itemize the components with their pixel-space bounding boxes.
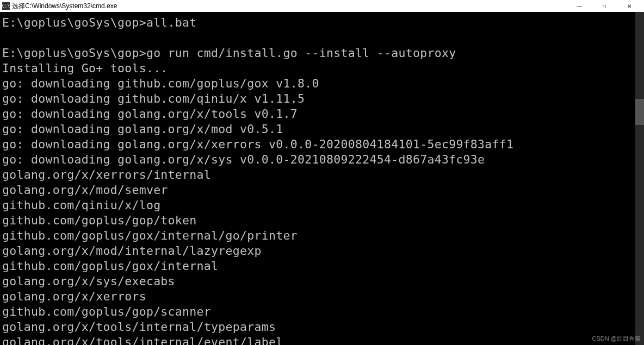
terminal-line: E:\goplus\goSys\gop>go run cmd/install.g… [2,46,642,61]
scrollbar-thumb[interactable] [635,99,644,125]
terminal-line: golang.org/x/tools/internal/typeparams [2,319,642,335]
cmd-icon: C:\ [2,2,10,10]
terminal-line: golang.org/x/mod/semver [2,183,642,198]
terminal-line: go: downloading golang.org/x/mod v0.5.1 [2,122,642,137]
window-title: 选择C:\Windows\System32\cmd.exe [12,2,567,11]
terminal-output[interactable]: E:\goplus\goSys\gop>all.bat E:\goplus\go… [0,12,644,345]
terminal-line: go: downloading golang.org/x/tools v0.1.… [2,106,642,122]
terminal-line: E:\goplus\goSys\gop>all.bat [2,15,642,30]
window-titlebar: C:\ 选择C:\Windows\System32\cmd.exe — □ ✕ [0,0,644,12]
terminal-line: github.com/qiniu/x/log [2,198,642,213]
terminal-line: golang.org/x/mod/internal/lazyregexp [2,243,642,259]
terminal-line: golang.org/x/xerrors [2,289,642,304]
cmd-icon-label: C:\ [2,4,10,9]
maximize-button[interactable]: □ [592,0,617,12]
terminal-line: Installing Go+ tools... [2,61,642,76]
terminal-line: github.com/goplus/gox/internal/go/printe… [2,228,642,243]
watermark-text: CSDN @红目香薰 [592,335,641,343]
terminal-line: go: downloading golang.org/x/sys v0.0.0-… [2,152,642,167]
terminal-line: golang.org/x/sys/execabs [2,274,642,289]
terminal-line: golang.org/x/tools/internal/event/label [2,335,642,345]
minimize-button[interactable]: — [567,0,592,12]
window-controls: — □ ✕ [567,0,642,12]
terminal-line: github.com/goplus/gop/scanner [2,304,642,319]
close-button[interactable]: ✕ [617,0,642,12]
terminal-line: golang.org/x/xerrors/internal [2,167,642,183]
terminal-line: github.com/goplus/gox/internal [2,259,642,274]
terminal-line: go: downloading github.com/qiniu/x v1.11… [2,91,642,106]
terminal-line: go: downloading golang.org/x/xerrors v0.… [2,137,642,152]
terminal-line [2,30,642,46]
scrollbar-track[interactable] [635,12,644,345]
terminal-line: go: downloading github.com/goplus/gox v1… [2,76,642,91]
terminal-line: github.com/goplus/gop/token [2,213,642,228]
